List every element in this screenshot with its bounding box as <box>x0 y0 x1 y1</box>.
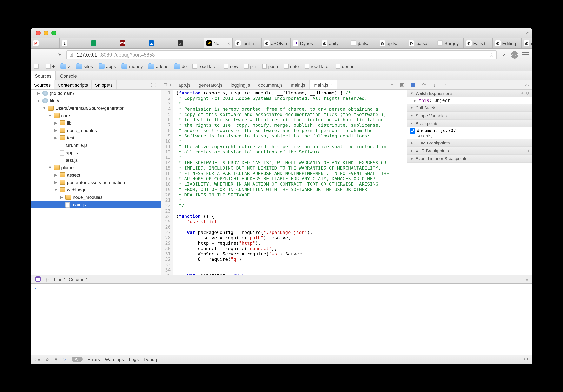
line-number[interactable]: 33 <box>165 262 171 267</box>
disclose-icon[interactable]: ▶ <box>54 180 58 184</box>
line-number[interactable]: 23 <box>165 208 171 214</box>
code-editor[interactable]: 1234567891011121314151617181920212223242… <box>161 90 407 275</box>
console-prompt[interactable] <box>34 286 529 291</box>
filter-logs[interactable]: Logs <box>129 357 139 362</box>
xhr-breakpoints-header[interactable]: ▶ XHR Breakpoints + <box>407 147 532 154</box>
filter-dropdown-icon[interactable]: ▼ <box>54 357 58 362</box>
line-number[interactable]: 1 <box>165 90 171 96</box>
tree-row[interactable]: test.js <box>31 157 161 164</box>
back-button[interactable]: ← <box>34 51 41 59</box>
bookmark-item[interactable]: do <box>174 64 187 69</box>
browser-tab[interactable]: ◐JSON e <box>262 38 291 48</box>
navigator-tab-snippets[interactable]: Snippets <box>91 80 116 89</box>
line-number[interactable]: 13 <box>165 155 171 160</box>
line-number[interactable]: 19 <box>165 187 171 192</box>
line-number[interactable]: 8 <box>165 128 171 133</box>
browser-tab[interactable]: Sergey <box>435 38 464 48</box>
line-number[interactable]: 18 <box>165 182 171 187</box>
browser-tab[interactable]: ☁ <box>146 38 175 48</box>
pause-button[interactable]: ▮▮ <box>410 81 416 88</box>
bookmark-item[interactable]: read later <box>305 64 330 69</box>
line-number[interactable]: 30 <box>165 246 171 251</box>
line-number[interactable]: 4 <box>165 106 171 112</box>
navigator-tab-sources[interactable]: Sources <box>31 80 54 89</box>
extension-icon[interactable]: ↗ <box>500 51 508 59</box>
filter-icon[interactable]: ▽ <box>63 356 66 362</box>
breakpoints-header[interactable]: ▼ Breakpoints <box>407 120 532 127</box>
bookmark-item[interactable]: apps <box>99 64 116 69</box>
line-number[interactable]: 31 <box>165 251 171 257</box>
browser-tab[interactable]: ◐font-a <box>233 38 262 48</box>
settings-gear-icon[interactable]: ⚙ <box>524 356 528 362</box>
line-number[interactable]: 12 <box>165 149 171 155</box>
zoom-window-button[interactable] <box>51 30 56 35</box>
disclose-icon[interactable]: ▶ <box>54 121 58 125</box>
tree-row[interactable]: main.js <box>31 201 161 208</box>
editor-tab[interactable]: main.js× <box>309 80 337 89</box>
editor-tab[interactable]: logging.js <box>227 80 254 89</box>
line-number[interactable]: 3 <box>165 101 171 106</box>
navigator-drag-icon[interactable]: ⋮⋮ <box>147 80 161 89</box>
browser-tab[interactable]: # <box>175 38 204 48</box>
line-number[interactable]: 28 <box>165 235 171 241</box>
minimize-window-button[interactable] <box>43 30 49 35</box>
line-number[interactable]: 17 <box>165 176 171 182</box>
browser-tab[interactable]: ◐Editing <box>493 38 522 48</box>
history-back-icon[interactable]: ⊟ <box>164 82 167 88</box>
tree-row[interactable]: ▼Users/wehrman/Source/generator <box>31 105 161 112</box>
line-number[interactable]: 24 <box>165 214 171 219</box>
bookmark-item[interactable]: pin <box>244 64 256 69</box>
line-number[interactable]: 32 <box>165 257 171 262</box>
browser-tab[interactable]: WNo <box>204 38 233 48</box>
tree-row[interactable]: ▶node_modules <box>31 127 161 134</box>
tree-row[interactable]: ▶node_modules <box>31 194 161 201</box>
reload-button[interactable]: ⟳ <box>55 51 63 59</box>
line-number[interactable]: 27 <box>165 230 171 235</box>
browser-tab[interactable]: HDynos <box>291 38 320 48</box>
bookmark-item[interactable]: read later <box>193 64 218 69</box>
address-bar[interactable]: 🗎 127.0.0.1:8080/debug?port=5858 ☆ <box>66 50 497 59</box>
line-number[interactable]: 5 <box>165 112 171 117</box>
disclose-icon[interactable]: ▼ <box>54 188 58 192</box>
bookmark-item[interactable] <box>34 64 40 69</box>
tree-row[interactable]: ▼weblogger <box>31 186 161 194</box>
line-number[interactable]: 22 <box>165 203 171 208</box>
line-number[interactable]: 10 <box>165 139 171 144</box>
add-xhr-icon[interactable]: + <box>527 148 530 153</box>
abp-extension-icon[interactable]: ABP <box>511 51 518 59</box>
browser-tab[interactable]: ◐Fails t <box>464 38 493 48</box>
navigator-tab-content-scripts[interactable]: Content scripts <box>54 80 92 89</box>
editor-tab[interactable]: main.js <box>287 80 309 89</box>
browser-tab[interactable]: jbalsa <box>348 38 377 48</box>
line-number[interactable]: 2 <box>165 96 171 101</box>
fullscreen-icon[interactable]: ⤢ <box>525 30 529 36</box>
code-body[interactable]: (function (exports, require, module, __f… <box>174 90 392 275</box>
tree-row[interactable]: ▼plugins <box>31 164 161 171</box>
line-number[interactable]: 20 <box>165 192 171 198</box>
tree-row[interactable]: ▶generator-assets-automation <box>31 179 161 186</box>
editor-tab[interactable]: app.js <box>174 80 195 89</box>
bookmark-item[interactable]: + <box>46 64 55 69</box>
filter-debug[interactable]: Debug <box>143 357 157 362</box>
bookmark-item[interactable]: money <box>122 64 143 69</box>
step-out-button[interactable]: ↑ <box>442 81 448 88</box>
browser-tab[interactable] <box>89 38 117 48</box>
tree-row[interactable]: ▶(no domain) <box>31 90 161 97</box>
line-number[interactable]: 25 <box>165 219 171 224</box>
line-number[interactable]: 29 <box>165 241 171 246</box>
browser-tab[interactable]: ◐node- <box>522 38 532 48</box>
tree-row[interactable]: Gruntfile.js <box>31 142 161 149</box>
callstack-header[interactable]: ▼ Call Stack <box>407 104 532 111</box>
disclose-icon[interactable]: ▶ <box>414 99 416 103</box>
deactivate-breakpoints-button[interactable]: ⟋◦ <box>523 81 530 88</box>
disclose-icon[interactable]: ▶ <box>54 128 58 132</box>
line-number[interactable]: 14 <box>165 160 171 166</box>
tree-row[interactable]: ▶test <box>31 134 161 142</box>
browser-tab[interactable]: ◐apify <box>320 38 348 48</box>
dom-breakpoints-header[interactable]: ▶ DOM Breakpoints <box>407 139 532 146</box>
tree-row[interactable]: app.js <box>31 149 161 157</box>
clear-console-icon[interactable]: ⊘ <box>45 356 49 362</box>
tree-row[interactable]: ▶lib <box>31 119 161 127</box>
devtools-tab-console[interactable]: Console <box>56 71 81 80</box>
line-number[interactable]: 26 <box>165 224 171 230</box>
